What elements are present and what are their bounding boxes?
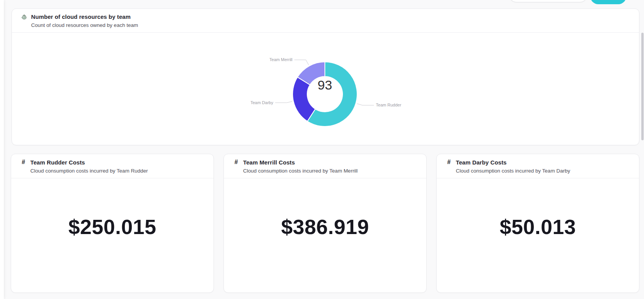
donut-card-subtitle: Count of cloud resources owned by each t… [31, 22, 630, 28]
dashboard-screen: Number of cloud resources by team Count … [0, 0, 644, 299]
stat-value: $250.015 [68, 215, 156, 239]
label-leader-line [357, 104, 374, 105]
donut-segment-label: Team Merrill [270, 57, 293, 62]
stat-card-team-darby: # Team Darby Costs Cloud consumption cos… [436, 154, 639, 293]
stat-card-subtitle: Cloud consumption costs incurred by Team… [243, 168, 417, 174]
stat-value: $386.919 [281, 215, 369, 239]
stat-card-header: # Team Merrill Costs Cloud consumption c… [224, 154, 426, 178]
donut-card-header: Number of cloud resources by team Count … [12, 9, 639, 33]
number-hash-icon: # [20, 159, 26, 166]
primary-toolbar-button[interactable] [590, 0, 626, 4]
label-leader-line [275, 101, 292, 103]
stat-card-body: $50.013 [437, 183, 639, 292]
stat-card-header: # Team Darby Costs Cloud consumption cos… [437, 154, 639, 178]
number-hash-icon: # [446, 159, 452, 166]
stat-card-subtitle: Cloud consumption costs incurred by Team… [456, 168, 630, 174]
stat-card-subtitle: Cloud consumption costs incurred by Team… [30, 168, 204, 174]
donut-segment-label: Team Rudder [376, 103, 401, 107]
teapot-emoji-icon [21, 14, 27, 20]
stat-card-title: Team Darby Costs [456, 159, 507, 166]
number-hash-icon: # [233, 159, 239, 166]
stat-card-title: Team Rudder Costs [30, 159, 85, 166]
label-leader-line [294, 60, 308, 65]
stat-card-header: # Team Rudder Costs Cloud consumption co… [11, 154, 214, 178]
stat-card-team-merrill: # Team Merrill Costs Cloud consumption c… [223, 154, 427, 293]
donut-card-title: Number of cloud resources by team [31, 13, 131, 20]
donut-segment-label: Team Darby [250, 100, 273, 105]
donut-chart-area: Team RudderTeam DarbyTeam Merrill 93 [12, 32, 639, 145]
vertical-scrollbar-thumb[interactable] [641, 33, 644, 140]
stat-card-team-rudder: # Team Rudder Costs Cloud consumption co… [11, 154, 214, 293]
collapsed-sidebar-edge [0, 0, 4, 299]
stat-value: $50.013 [500, 215, 576, 239]
donut-center-total: 93 [302, 78, 348, 93]
stat-card-body: $386.919 [224, 183, 426, 292]
secondary-toolbar-button[interactable] [509, 0, 588, 2]
donut-chart-card: Number of cloud resources by team Count … [12, 8, 639, 145]
stat-card-body: $250.015 [11, 183, 214, 292]
stat-card-title: Team Merrill Costs [243, 159, 295, 166]
